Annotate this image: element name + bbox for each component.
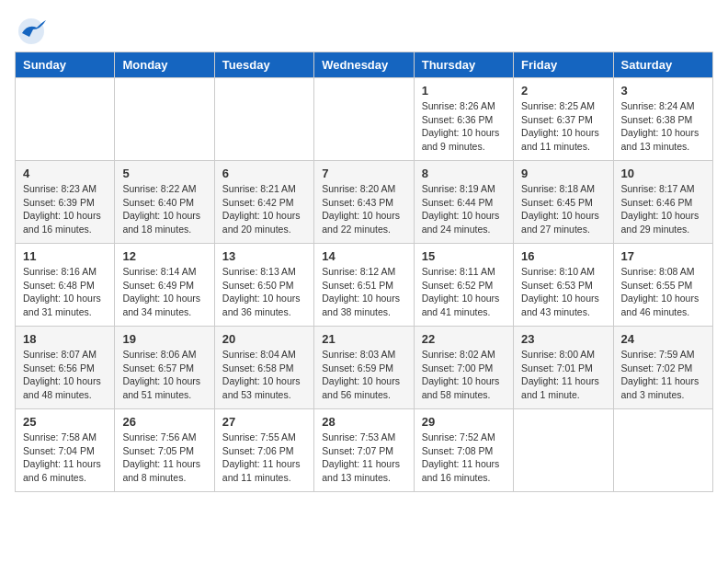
calendar-cell: 19Sunrise: 8:06 AM Sunset: 6:57 PM Dayli… (115, 327, 214, 409)
calendar-cell (16, 78, 115, 161)
cell-info: Sunrise: 8:18 AM Sunset: 6:45 PM Dayligh… (521, 182, 605, 236)
calendar-cell: 25Sunrise: 7:58 AM Sunset: 7:04 PM Dayli… (16, 409, 115, 492)
calendar-cell: 2Sunrise: 8:25 AM Sunset: 6:37 PM Daylig… (514, 78, 613, 161)
cell-info: Sunrise: 8:16 AM Sunset: 6:48 PM Dayligh… (23, 265, 107, 319)
cell-info: Sunrise: 8:24 AM Sunset: 6:38 PM Dayligh… (621, 99, 705, 154)
date-number: 13 (222, 249, 306, 263)
calendar-cell: 9Sunrise: 8:18 AM Sunset: 6:45 PM Daylig… (514, 161, 613, 244)
page-header (15, 15, 713, 48)
calendar-cell: 27Sunrise: 7:55 AM Sunset: 7:06 PM Dayli… (214, 409, 313, 492)
cell-info: Sunrise: 8:14 AM Sunset: 6:49 PM Dayligh… (122, 265, 206, 319)
cell-info: Sunrise: 8:10 AM Sunset: 6:53 PM Dayligh… (521, 265, 605, 319)
calendar-cell (314, 78, 414, 161)
calendar-cell: 14Sunrise: 8:12 AM Sunset: 6:51 PM Dayli… (314, 244, 414, 327)
calendar-cell: 6Sunrise: 8:21 AM Sunset: 6:42 PM Daylig… (214, 161, 313, 244)
date-number: 19 (122, 332, 206, 346)
date-number: 16 (521, 249, 605, 263)
calendar-cell: 8Sunrise: 8:19 AM Sunset: 6:44 PM Daylig… (414, 161, 513, 244)
cell-info: Sunrise: 8:06 AM Sunset: 6:57 PM Dayligh… (122, 348, 206, 402)
calendar-cell: 4Sunrise: 8:23 AM Sunset: 6:39 PM Daylig… (16, 161, 115, 244)
calendar-cell: 29Sunrise: 7:52 AM Sunset: 7:08 PM Dayli… (414, 409, 513, 492)
calendar-header-row: SundayMondayTuesdayWednesdayThursdayFrid… (16, 52, 713, 78)
date-number: 2 (521, 84, 605, 98)
cell-info: Sunrise: 7:56 AM Sunset: 7:05 PM Dayligh… (122, 431, 206, 485)
date-number: 5 (122, 167, 206, 180)
date-number: 8 (422, 167, 506, 180)
calendar-table: SundayMondayTuesdayWednesdayThursdayFrid… (15, 52, 713, 492)
date-number: 27 (222, 415, 306, 429)
calendar-cell: 21Sunrise: 8:03 AM Sunset: 6:59 PM Dayli… (314, 327, 414, 409)
date-number: 12 (122, 249, 206, 263)
date-number: 15 (422, 249, 506, 263)
calendar-day-header: Saturday (613, 52, 712, 78)
calendar-week-row: 25Sunrise: 7:58 AM Sunset: 7:04 PM Dayli… (16, 409, 713, 492)
date-number: 21 (322, 332, 405, 346)
cell-info: Sunrise: 7:53 AM Sunset: 7:07 PM Dayligh… (322, 431, 405, 485)
calendar-week-row: 11Sunrise: 8:16 AM Sunset: 6:48 PM Dayli… (16, 244, 713, 327)
cell-info: Sunrise: 8:04 AM Sunset: 6:58 PM Dayligh… (222, 348, 306, 402)
calendar-cell: 20Sunrise: 8:04 AM Sunset: 6:58 PM Dayli… (214, 327, 313, 409)
calendar-cell: 28Sunrise: 7:53 AM Sunset: 7:07 PM Dayli… (314, 409, 414, 492)
calendar-cell: 12Sunrise: 8:14 AM Sunset: 6:49 PM Dayli… (115, 244, 214, 327)
calendar-cell (214, 78, 313, 161)
cell-info: Sunrise: 8:26 AM Sunset: 6:36 PM Dayligh… (422, 99, 506, 154)
calendar-cell: 23Sunrise: 8:00 AM Sunset: 7:01 PM Dayli… (514, 327, 613, 409)
cell-info: Sunrise: 8:17 AM Sunset: 6:46 PM Dayligh… (621, 182, 705, 236)
logo (15, 15, 53, 48)
date-number: 3 (621, 84, 705, 98)
cell-info: Sunrise: 8:19 AM Sunset: 6:44 PM Dayligh… (422, 182, 506, 236)
calendar-day-header: Wednesday (314, 52, 414, 78)
calendar-cell: 17Sunrise: 8:08 AM Sunset: 6:55 PM Dayli… (613, 244, 712, 327)
cell-info: Sunrise: 8:13 AM Sunset: 6:50 PM Dayligh… (222, 265, 306, 319)
date-number: 26 (122, 415, 206, 429)
calendar-day-header: Thursday (414, 52, 513, 78)
calendar-cell: 24Sunrise: 7:59 AM Sunset: 7:02 PM Dayli… (613, 327, 712, 409)
logo-bird-icon (15, 15, 48, 48)
date-number: 4 (23, 167, 107, 180)
calendar-week-row: 1Sunrise: 8:26 AM Sunset: 6:36 PM Daylig… (16, 78, 713, 161)
calendar-cell: 5Sunrise: 8:22 AM Sunset: 6:40 PM Daylig… (115, 161, 214, 244)
cell-info: Sunrise: 8:11 AM Sunset: 6:52 PM Dayligh… (422, 265, 506, 319)
calendar-cell: 18Sunrise: 8:07 AM Sunset: 6:56 PM Dayli… (16, 327, 115, 409)
cell-info: Sunrise: 8:03 AM Sunset: 6:59 PM Dayligh… (322, 348, 405, 402)
calendar-cell (115, 78, 214, 161)
date-number: 23 (521, 332, 605, 346)
date-number: 10 (621, 167, 705, 180)
date-number: 1 (422, 84, 506, 98)
calendar-cell: 10Sunrise: 8:17 AM Sunset: 6:46 PM Dayli… (613, 161, 712, 244)
cell-info: Sunrise: 7:52 AM Sunset: 7:08 PM Dayligh… (422, 431, 506, 485)
calendar-week-row: 4Sunrise: 8:23 AM Sunset: 6:39 PM Daylig… (16, 161, 713, 244)
cell-info: Sunrise: 8:12 AM Sunset: 6:51 PM Dayligh… (322, 265, 405, 319)
calendar-day-header: Friday (514, 52, 613, 78)
date-number: 24 (621, 332, 705, 346)
cell-info: Sunrise: 8:07 AM Sunset: 6:56 PM Dayligh… (23, 348, 107, 402)
date-number: 9 (521, 167, 605, 180)
calendar-cell: 15Sunrise: 8:11 AM Sunset: 6:52 PM Dayli… (414, 244, 513, 327)
calendar-cell: 13Sunrise: 8:13 AM Sunset: 6:50 PM Dayli… (214, 244, 313, 327)
date-number: 20 (222, 332, 306, 346)
cell-info: Sunrise: 8:23 AM Sunset: 6:39 PM Dayligh… (23, 182, 107, 236)
date-number: 25 (23, 415, 107, 429)
calendar-cell: 11Sunrise: 8:16 AM Sunset: 6:48 PM Dayli… (16, 244, 115, 327)
calendar-week-row: 18Sunrise: 8:07 AM Sunset: 6:56 PM Dayli… (16, 327, 713, 409)
date-number: 28 (322, 415, 405, 429)
cell-info: Sunrise: 8:02 AM Sunset: 7:00 PM Dayligh… (422, 348, 506, 402)
date-number: 11 (23, 249, 107, 263)
calendar-cell: 1Sunrise: 8:26 AM Sunset: 6:36 PM Daylig… (414, 78, 513, 161)
calendar-cell: 16Sunrise: 8:10 AM Sunset: 6:53 PM Dayli… (514, 244, 613, 327)
cell-info: Sunrise: 8:21 AM Sunset: 6:42 PM Dayligh… (222, 182, 306, 236)
date-number: 22 (422, 332, 506, 346)
calendar-cell: 26Sunrise: 7:56 AM Sunset: 7:05 PM Dayli… (115, 409, 214, 492)
date-number: 6 (222, 167, 306, 180)
cell-info: Sunrise: 7:58 AM Sunset: 7:04 PM Dayligh… (23, 431, 107, 485)
date-number: 17 (621, 249, 705, 263)
cell-info: Sunrise: 8:25 AM Sunset: 6:37 PM Dayligh… (521, 99, 605, 154)
cell-info: Sunrise: 8:20 AM Sunset: 6:43 PM Dayligh… (322, 182, 405, 236)
calendar-day-header: Sunday (16, 52, 115, 78)
calendar-cell: 3Sunrise: 8:24 AM Sunset: 6:38 PM Daylig… (613, 78, 712, 161)
date-number: 29 (422, 415, 506, 429)
date-number: 14 (322, 249, 405, 263)
cell-info: Sunrise: 7:55 AM Sunset: 7:06 PM Dayligh… (222, 431, 306, 485)
cell-info: Sunrise: 7:59 AM Sunset: 7:02 PM Dayligh… (621, 348, 705, 402)
calendar-cell (613, 409, 712, 492)
